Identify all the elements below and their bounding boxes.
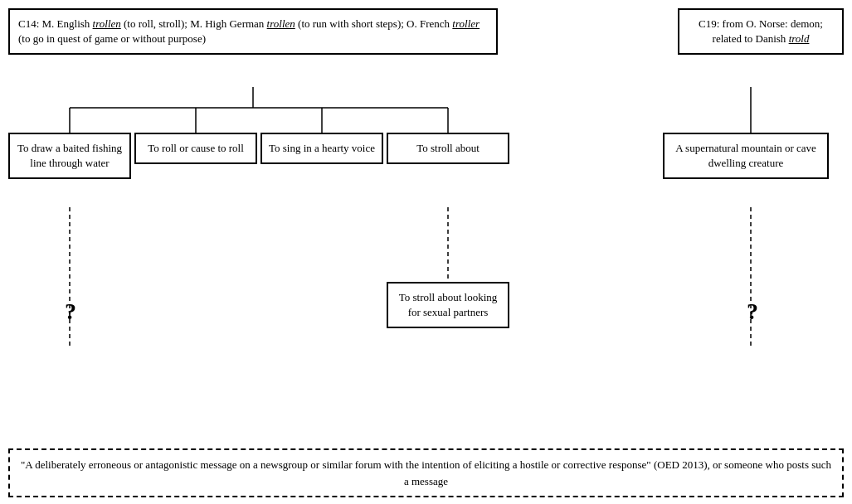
meaning-box-4: To stroll about	[387, 133, 509, 164]
etym-word-trold: trold	[789, 32, 810, 45]
meaning-text-1: To draw a baited fishing line through wa…	[17, 142, 122, 169]
meaning-box-2: To roll or cause to roll	[134, 133, 257, 164]
etym-right-text: C19: from O. Norse: demon; related to Da…	[699, 17, 823, 45]
meaning-box-5: A supernatural mountain or cave dwelling…	[663, 133, 829, 179]
meaning-box-1: To draw a baited fishing line through wa…	[8, 133, 131, 179]
etymology-right-box: C19: from O. Norse: demon; related to Da…	[678, 8, 844, 55]
meaning-boxes-row: To draw a baited fishing line through wa…	[8, 133, 829, 179]
meaning-text-5: A supernatural mountain or cave dwelling…	[675, 142, 816, 169]
diagram: C14: M. English trollen (to roll, stroll…	[0, 0, 852, 504]
question-mark-2-text: ?	[747, 298, 758, 324]
question-mark-1: ?	[50, 298, 91, 325]
etym-left-text: C14: M. English trollen (to roll, stroll…	[18, 17, 480, 45]
question-mark-1-text: ?	[65, 298, 76, 324]
sub-meaning-box-stroll: To stroll about looking for sexual partn…	[387, 282, 509, 328]
sub-meaning-text-stroll: To stroll about looking for sexual partn…	[399, 291, 498, 318]
etymology-left-box: C14: M. English trollen (to roll, stroll…	[8, 8, 498, 55]
meaning-box-3: To sing in a hearty voice	[260, 133, 383, 164]
meaning-text-4: To stroll about	[416, 142, 480, 154]
connectors-svg	[0, 0, 852, 504]
meaning-text-3: To sing in a hearty voice	[269, 142, 375, 154]
etym-word-trollen1: trollen	[93, 17, 121, 30]
etym-word-trollen2: trollen	[267, 17, 295, 30]
meaning-text-2: To roll or cause to roll	[148, 142, 244, 154]
top-row: C14: M. English trollen (to roll, stroll…	[8, 8, 844, 55]
question-mark-2: ?	[732, 298, 773, 325]
etym-word-troller: troller	[452, 17, 480, 30]
bottom-definition-text: "A deliberately erroneous or antagonisti…	[21, 458, 831, 487]
bottom-definition-box: "A deliberately erroneous or antagonisti…	[8, 448, 844, 497]
